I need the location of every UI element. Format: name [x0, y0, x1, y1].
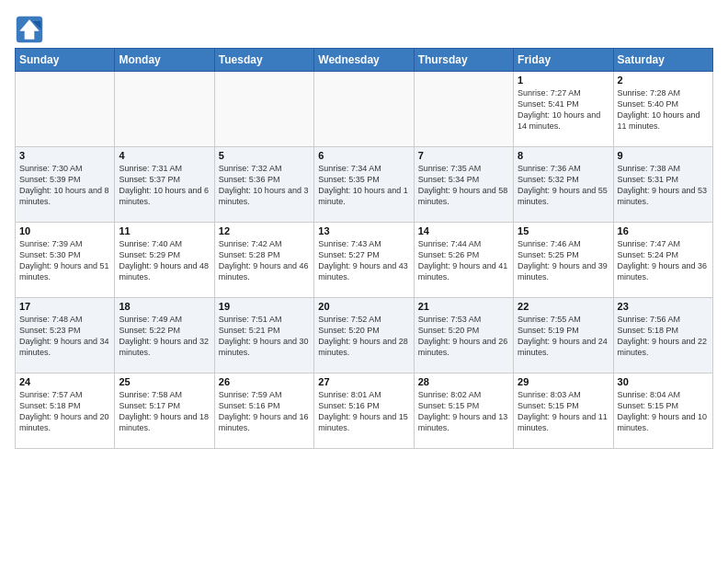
day-number-24: 24 — [19, 376, 110, 387]
day-cell-5: 5Sunrise: 7:32 AM Sunset: 5:36 PM Daylig… — [214, 147, 313, 223]
day-number-23: 23 — [618, 301, 709, 312]
weekday-row: SundayMondayTuesdayWednesdayThursdayFrid… — [16, 49, 713, 72]
day-cell-16: 16Sunrise: 7:47 AM Sunset: 5:24 PM Dayli… — [613, 223, 712, 298]
week-row-4: 17Sunrise: 7:48 AM Sunset: 5:23 PM Dayli… — [16, 298, 713, 373]
day-cell-21: 21Sunrise: 7:53 AM Sunset: 5:20 PM Dayli… — [414, 298, 513, 373]
day-number-4: 4 — [119, 150, 210, 161]
weekday-header-saturday: Saturday — [613, 49, 712, 72]
day-info-20: Sunrise: 7:52 AM Sunset: 5:20 PM Dayligh… — [318, 314, 409, 359]
day-cell-25: 25Sunrise: 7:58 AM Sunset: 5:17 PM Dayli… — [115, 373, 214, 449]
day-cell-20: 20Sunrise: 7:52 AM Sunset: 5:20 PM Dayli… — [314, 298, 414, 373]
week-row-1: 1Sunrise: 7:27 AM Sunset: 5:41 PM Daylig… — [16, 72, 713, 147]
day-info-14: Sunrise: 7:44 AM Sunset: 5:26 PM Dayligh… — [418, 238, 509, 283]
day-number-10: 10 — [19, 225, 110, 236]
day-cell-26: 26Sunrise: 7:59 AM Sunset: 5:16 PM Dayli… — [214, 373, 313, 449]
day-cell-22: 22Sunrise: 7:55 AM Sunset: 5:19 PM Dayli… — [514, 298, 613, 373]
day-info-23: Sunrise: 7:56 AM Sunset: 5:18 PM Dayligh… — [618, 314, 709, 359]
logo-icon — [15, 15, 44, 44]
calendar: SundayMondayTuesdayWednesdayThursdayFrid… — [15, 48, 713, 449]
day-info-11: Sunrise: 7:40 AM Sunset: 5:29 PM Dayligh… — [119, 238, 210, 283]
day-info-12: Sunrise: 7:42 AM Sunset: 5:28 PM Dayligh… — [219, 238, 310, 283]
day-cell-13: 13Sunrise: 7:43 AM Sunset: 5:27 PM Dayli… — [314, 223, 414, 298]
day-number-26: 26 — [219, 376, 310, 387]
day-info-27: Sunrise: 8:01 AM Sunset: 5:16 PM Dayligh… — [318, 389, 409, 434]
header-row — [15, 15, 713, 44]
calendar-body: 1Sunrise: 7:27 AM Sunset: 5:41 PM Daylig… — [16, 72, 713, 449]
day-info-4: Sunrise: 7:31 AM Sunset: 5:37 PM Dayligh… — [119, 163, 210, 208]
day-number-22: 22 — [518, 301, 609, 312]
day-cell-11: 11Sunrise: 7:40 AM Sunset: 5:29 PM Dayli… — [115, 223, 214, 298]
day-info-13: Sunrise: 7:43 AM Sunset: 5:27 PM Dayligh… — [318, 238, 409, 283]
day-info-28: Sunrise: 8:02 AM Sunset: 5:15 PM Dayligh… — [418, 389, 509, 434]
day-cell-30: 30Sunrise: 8:04 AM Sunset: 5:15 PM Dayli… — [613, 373, 712, 449]
day-cell-19: 19Sunrise: 7:51 AM Sunset: 5:21 PM Dayli… — [214, 298, 313, 373]
day-number-19: 19 — [219, 301, 310, 312]
day-cell-24: 24Sunrise: 7:57 AM Sunset: 5:18 PM Dayli… — [16, 373, 115, 449]
day-cell-15: 15Sunrise: 7:46 AM Sunset: 5:25 PM Dayli… — [514, 223, 613, 298]
empty-cell — [414, 72, 513, 147]
day-cell-4: 4Sunrise: 7:31 AM Sunset: 5:37 PM Daylig… — [115, 147, 214, 223]
day-cell-14: 14Sunrise: 7:44 AM Sunset: 5:26 PM Dayli… — [414, 223, 513, 298]
day-cell-9: 9Sunrise: 7:38 AM Sunset: 5:31 PM Daylig… — [613, 147, 712, 223]
week-row-2: 3Sunrise: 7:30 AM Sunset: 5:39 PM Daylig… — [16, 147, 713, 223]
day-number-6: 6 — [318, 150, 409, 161]
day-number-30: 30 — [618, 376, 709, 387]
day-info-22: Sunrise: 7:55 AM Sunset: 5:19 PM Dayligh… — [518, 314, 609, 359]
day-info-17: Sunrise: 7:48 AM Sunset: 5:23 PM Dayligh… — [19, 314, 110, 359]
calendar-header: SundayMondayTuesdayWednesdayThursdayFrid… — [16, 49, 713, 72]
day-number-21: 21 — [418, 301, 509, 312]
day-number-5: 5 — [219, 150, 310, 161]
day-cell-12: 12Sunrise: 7:42 AM Sunset: 5:28 PM Dayli… — [214, 223, 313, 298]
day-cell-3: 3Sunrise: 7:30 AM Sunset: 5:39 PM Daylig… — [16, 147, 115, 223]
page-container: SundayMondayTuesdayWednesdayThursdayFrid… — [0, 0, 728, 458]
day-cell-7: 7Sunrise: 7:35 AM Sunset: 5:34 PM Daylig… — [414, 147, 513, 223]
weekday-header-tuesday: Tuesday — [214, 49, 313, 72]
day-info-19: Sunrise: 7:51 AM Sunset: 5:21 PM Dayligh… — [219, 314, 310, 359]
day-info-1: Sunrise: 7:27 AM Sunset: 5:41 PM Dayligh… — [518, 87, 609, 132]
day-info-29: Sunrise: 8:03 AM Sunset: 5:15 PM Dayligh… — [518, 389, 609, 434]
day-cell-29: 29Sunrise: 8:03 AM Sunset: 5:15 PM Dayli… — [514, 373, 613, 449]
day-number-11: 11 — [119, 225, 210, 236]
day-number-2: 2 — [618, 75, 709, 86]
week-row-5: 24Sunrise: 7:57 AM Sunset: 5:18 PM Dayli… — [16, 373, 713, 449]
weekday-header-wednesday: Wednesday — [314, 49, 414, 72]
day-info-15: Sunrise: 7:46 AM Sunset: 5:25 PM Dayligh… — [518, 238, 609, 283]
day-cell-18: 18Sunrise: 7:49 AM Sunset: 5:22 PM Dayli… — [115, 298, 214, 373]
empty-cell — [214, 72, 313, 147]
day-info-26: Sunrise: 7:59 AM Sunset: 5:16 PM Dayligh… — [219, 389, 310, 434]
day-info-6: Sunrise: 7:34 AM Sunset: 5:35 PM Dayligh… — [318, 163, 409, 208]
day-cell-6: 6Sunrise: 7:34 AM Sunset: 5:35 PM Daylig… — [314, 147, 414, 223]
weekday-header-monday: Monday — [115, 49, 214, 72]
day-info-7: Sunrise: 7:35 AM Sunset: 5:34 PM Dayligh… — [418, 163, 509, 208]
weekday-header-thursday: Thursday — [414, 49, 513, 72]
day-number-16: 16 — [618, 225, 709, 236]
day-number-27: 27 — [318, 376, 409, 387]
day-cell-27: 27Sunrise: 8:01 AM Sunset: 5:16 PM Dayli… — [314, 373, 414, 449]
empty-cell — [16, 72, 115, 147]
day-cell-1: 1Sunrise: 7:27 AM Sunset: 5:41 PM Daylig… — [514, 72, 613, 147]
day-info-30: Sunrise: 8:04 AM Sunset: 5:15 PM Dayligh… — [618, 389, 709, 434]
empty-cell — [314, 72, 414, 147]
day-info-25: Sunrise: 7:58 AM Sunset: 5:17 PM Dayligh… — [119, 389, 210, 434]
day-number-20: 20 — [318, 301, 409, 312]
day-cell-10: 10Sunrise: 7:39 AM Sunset: 5:30 PM Dayli… — [16, 223, 115, 298]
week-row-3: 10Sunrise: 7:39 AM Sunset: 5:30 PM Dayli… — [16, 223, 713, 298]
day-info-8: Sunrise: 7:36 AM Sunset: 5:32 PM Dayligh… — [518, 163, 609, 208]
day-number-12: 12 — [219, 225, 310, 236]
weekday-header-sunday: Sunday — [16, 49, 115, 72]
day-number-18: 18 — [119, 301, 210, 312]
day-number-28: 28 — [418, 376, 509, 387]
day-number-9: 9 — [618, 150, 709, 161]
day-cell-23: 23Sunrise: 7:56 AM Sunset: 5:18 PM Dayli… — [613, 298, 712, 373]
day-number-8: 8 — [518, 150, 609, 161]
day-number-25: 25 — [119, 376, 210, 387]
day-number-15: 15 — [518, 225, 609, 236]
day-number-3: 3 — [19, 150, 110, 161]
day-cell-17: 17Sunrise: 7:48 AM Sunset: 5:23 PM Dayli… — [16, 298, 115, 373]
day-cell-8: 8Sunrise: 7:36 AM Sunset: 5:32 PM Daylig… — [514, 147, 613, 223]
day-number-7: 7 — [418, 150, 509, 161]
logo — [15, 15, 48, 44]
day-info-3: Sunrise: 7:30 AM Sunset: 5:39 PM Dayligh… — [19, 163, 110, 208]
day-info-16: Sunrise: 7:47 AM Sunset: 5:24 PM Dayligh… — [618, 238, 709, 283]
day-info-21: Sunrise: 7:53 AM Sunset: 5:20 PM Dayligh… — [418, 314, 509, 359]
